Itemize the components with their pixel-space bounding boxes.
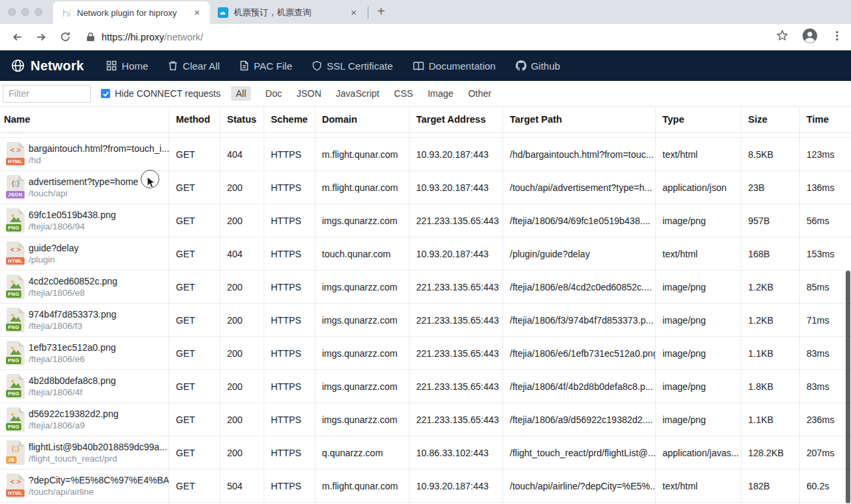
hide-connect-checkbox-row[interactable]: Hide CONNECT requests: [101, 88, 220, 99]
new-tab-button[interactable]: +: [372, 4, 390, 19]
back-icon[interactable]: [8, 28, 27, 46]
close-window-button[interactable]: [8, 8, 16, 16]
table-row[interactable]: PNG 4cd2c0ed60852c.png /ftejia/1806/e8 G…: [0, 271, 851, 304]
tab-strip: Network plugin for hiproxy × 机票预订，机票查询 ×…: [0, 0, 851, 24]
brand-title: Network: [31, 58, 84, 74]
github-icon: [516, 60, 526, 71]
request-path: /hd: [29, 155, 169, 166]
nav-label: Github: [531, 60, 560, 72]
cell-method: GET: [169, 271, 220, 303]
file-type-badge: JSON: [6, 191, 25, 199]
nav-clear-all[interactable]: Clear All: [168, 60, 220, 72]
type-filter-javascript[interactable]: JavaScript: [336, 88, 379, 99]
type-filter-doc[interactable]: Doc: [266, 88, 282, 99]
html-file-icon: < > HTML: [7, 133, 25, 133]
hide-connect-label: Hide CONNECT requests: [115, 88, 220, 99]
request-name: d56922c19382d2.png: [29, 409, 118, 420]
reload-icon[interactable]: [56, 28, 74, 46]
mouse-cursor-icon: [147, 176, 157, 192]
cell-time: 136ms: [800, 171, 851, 204]
cell-target-address: 221.233.135.65:443: [410, 204, 503, 237]
cell-status: 404: [220, 237, 264, 270]
nav-ssl-certificate[interactable]: SSL Certificate: [312, 60, 393, 72]
table-row[interactable]: PNG 69fc1e0519b438.png /ftejia/1806/94 G…: [0, 204, 851, 237]
cell-target-address: 221.233.135.65:443: [410, 271, 503, 303]
request-name: 4cd2c0ed60852c.png: [29, 276, 117, 287]
bookmark-star-icon[interactable]: [776, 29, 789, 44]
zoom-window-button[interactable]: [35, 8, 42, 16]
forward-icon[interactable]: [32, 28, 50, 46]
column-header-size: Size: [741, 107, 800, 132]
json-file-icon: {:} JSON: [7, 175, 25, 200]
table-row[interactable]: {:} JS flightList@9b40b2018859dc99a... /…: [0, 436, 851, 470]
cell-name: < > HTML: [0, 133, 169, 137]
cell-target-path: /plugin/guide?delay: [503, 237, 656, 270]
table-row[interactable]: PNG 1efb731ec512a0.png /ftejia/1806/e6 G…: [0, 337, 851, 370]
cell-domain: q.qunarzz.com: [315, 436, 410, 469]
tab-qunar-flight[interactable]: 机票预订，机票查询 ×: [210, 1, 366, 24]
tab-separator: [368, 7, 368, 19]
type-filter-css[interactable]: CSS: [394, 88, 413, 99]
url-field[interactable]: https://hi.proxy/network/: [86, 32, 776, 42]
lock-icon: [86, 32, 95, 42]
cell-size: 182B: [741, 470, 800, 502]
file-type-symbol: [7, 280, 25, 290]
cell-target-address: 10.93.20.187:443: [410, 138, 503, 170]
filter-input[interactable]: [3, 85, 91, 103]
tab-network-plugin[interactable]: Network plugin for hiproxy ×: [53, 1, 210, 24]
cell-status: 200: [220, 204, 264, 237]
png-file-icon: PNG: [7, 374, 25, 399]
cell-target-path: /ftejia/1806/e6/1efb731ec512a0.png: [503, 337, 656, 369]
cell-status: 200: [220, 171, 264, 204]
cell-time: 71ms: [800, 304, 851, 336]
file-type-badge: HTML: [6, 158, 25, 166]
cell-scheme: HTTPS: [264, 470, 315, 502]
cell-method: GET: [169, 470, 220, 502]
url-host: https://hi.proxy: [102, 32, 164, 42]
column-header-type: Type: [656, 107, 741, 132]
nav-pac-file[interactable]: PAC File: [240, 60, 292, 72]
table-row[interactable]: PNG 4b2d8b0defa8c8.png /ftejia/1806/4f G…: [0, 370, 851, 403]
checkbox-checked-icon[interactable]: [101, 89, 110, 98]
nav-github[interactable]: Github: [516, 60, 560, 72]
profile-avatar-icon[interactable]: [802, 28, 818, 46]
column-header-scheme: Scheme: [264, 107, 315, 132]
nav-documentation[interactable]: Documentation: [413, 60, 496, 72]
request-name: flightList@9b40b2018859dc99a...: [29, 442, 167, 453]
cell-time: [800, 133, 851, 137]
type-filter-all[interactable]: All: [231, 86, 251, 101]
minimize-window-button[interactable]: [21, 8, 29, 16]
table-row[interactable]: < > HTML bargaintouch.html?from=touch_i.…: [0, 138, 851, 171]
tab-title: 机票预订，机票查询: [234, 7, 343, 19]
table-row[interactable]: PNG 974b4f7d853373.png /ftejia/1806/f3 G…: [0, 304, 851, 337]
browser-menu-icon[interactable]: [831, 30, 843, 44]
table-row[interactable]: PNG d56922c19382d2.png /ftejia/1806/a9 G…: [0, 403, 851, 436]
type-filter-json[interactable]: JSON: [297, 88, 321, 99]
type-filter-image[interactable]: Image: [427, 88, 453, 99]
file-type-badge: PNG: [6, 357, 21, 365]
brand[interactable]: Network: [11, 58, 84, 74]
tab-title: Network plugin for hiproxy: [77, 8, 186, 18]
file-type-badge: PNG: [6, 324, 21, 332]
png-file-icon: PNG: [7, 308, 25, 332]
cell-target-path: /ftejia/1806/94/69fc1e0519b438....: [503, 204, 656, 237]
cell-type: image/png: [656, 370, 741, 403]
table-row[interactable]: {:} JSON advertisement?type=home /touch/…: [0, 171, 851, 204]
cell-name: PNG d56922c19382d2.png /ftejia/1806/a9: [0, 403, 169, 436]
cell-target-path: /ftejia/1806/f3/974b4f7d853373.p...: [503, 304, 656, 336]
cell-name: < > HTML guide?delay /plugin: [0, 237, 169, 270]
cell-time: 83ms: [800, 370, 851, 403]
cell-domain: imgs.qunarzz.com: [315, 304, 410, 336]
cell-time: 56ms: [800, 204, 851, 237]
nav-home[interactable]: Home: [106, 60, 148, 72]
table-row[interactable]: < > HTML ?depCity=%E5%8C%97%E4%BA... /to…: [0, 470, 851, 503]
type-filter-other[interactable]: Other: [468, 88, 491, 99]
table-row[interactable]: < > HTML: [0, 133, 851, 138]
close-tab-icon[interactable]: ×: [191, 7, 203, 19]
scrollbar-thumb[interactable]: [846, 271, 850, 503]
cell-scheme: HTTPS: [264, 204, 315, 237]
table-row[interactable]: < > HTML guide?delay /plugin GET 404 HTT…: [0, 237, 851, 271]
request-name: advertisement?type=home: [29, 176, 138, 188]
close-tab-icon[interactable]: ×: [348, 7, 360, 19]
window-controls[interactable]: [8, 8, 42, 16]
